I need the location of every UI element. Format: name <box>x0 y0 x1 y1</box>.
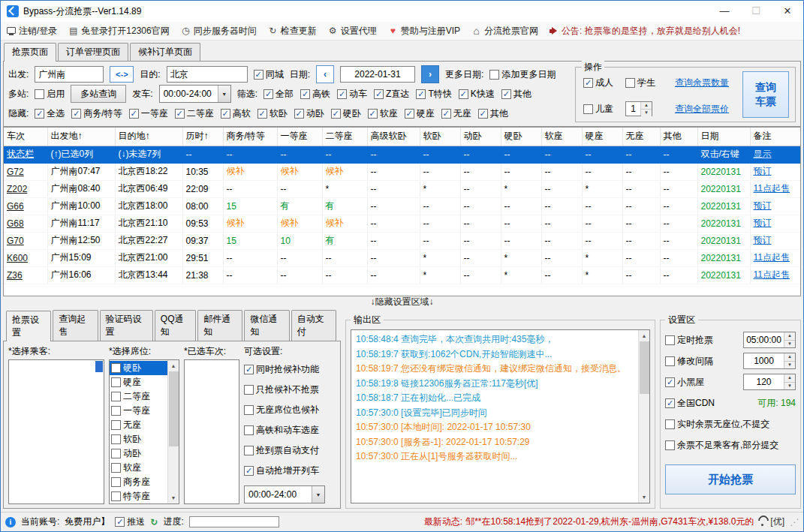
filter-checkbox-4[interactable]: ✓T特快 <box>416 88 451 101</box>
seat-item[interactable]: 软座 <box>110 461 167 475</box>
column-header-3[interactable]: 历时↑ <box>182 128 223 146</box>
scroll-up-icon[interactable]: ▲ <box>168 360 179 371</box>
column-header-11[interactable]: 软座 <box>541 128 582 146</box>
seat-listbox[interactable]: 硬卧硬座二等座一等座无座软卧动卧软座商务座特等座 ▲ ▼ <box>109 359 179 504</box>
student-checkbox[interactable]: 学生 <box>625 77 675 89</box>
resize-grip[interactable]: ⋰ <box>790 517 799 527</box>
seat-checkbox[interactable] <box>111 463 121 473</box>
seat-item[interactable]: 商务座 <box>110 475 167 489</box>
log-scrollbar[interactable]: ▲ ▼ <box>638 330 649 503</box>
scrollbar-track[interactable] <box>639 341 649 491</box>
hide-checkbox-5-box[interactable]: ✓ <box>257 109 267 119</box>
hide-checkbox-2-box[interactable]: ✓ <box>129 109 139 119</box>
hide-checkbox-1-box[interactable]: ✓ <box>71 109 81 119</box>
seat-item[interactable]: 特等座 <box>110 489 167 503</box>
train-cell-16[interactable]: 预订 <box>750 232 801 249</box>
menu-item-5[interactable]: ♥赞助与注册VIP <box>388 25 460 38</box>
optional-checkbox-4-box[interactable] <box>244 446 254 455</box>
stepper-down-icon[interactable]: ▼ <box>784 383 795 390</box>
train-row[interactable]: K600广州15:09北京西21:0029:51--------*--*--*-… <box>4 249 801 266</box>
train-row[interactable]: G70广州南12:50北京西22:2709:371510有-----------… <box>4 232 801 249</box>
seat-item[interactable]: 无座 <box>110 418 167 432</box>
column-header-8[interactable]: 软卧 <box>420 128 460 146</box>
hide-checkbox-10-box[interactable]: ✓ <box>441 109 451 119</box>
hide-checkbox-6[interactable]: ✓动卧 <box>294 107 324 120</box>
optional-checkbox-5[interactable]: ✓自动抢增开列车 <box>244 464 319 477</box>
filter-checkbox-4-box[interactable]: ✓ <box>416 89 426 99</box>
seat-checkbox[interactable] <box>111 406 121 416</box>
maximize-button[interactable]: ☐ <box>740 1 772 22</box>
query-remaining-link[interactable]: 查询余票数量 <box>675 77 729 89</box>
seat-item[interactable]: 一等座 <box>110 404 167 418</box>
train-cell-0[interactable]: K600 <box>4 249 47 266</box>
hide-checkbox-5[interactable]: ✓软卧 <box>257 107 288 120</box>
hide-checkbox-7-box[interactable]: ✓ <box>331 109 341 119</box>
seat-checkbox[interactable] <box>111 449 121 458</box>
enable-multi-station-checkbox[interactable]: 启用 <box>35 88 65 101</box>
column-header-14[interactable]: 其他 <box>660 128 697 146</box>
minimize-button[interactable]: — <box>709 1 740 22</box>
page-tab-1[interactable]: 订单管理页面 <box>58 43 128 61</box>
stepper-buttons[interactable]: ▲▼ <box>640 102 652 116</box>
stepper-buttons[interactable]: ▲▼ <box>784 332 795 347</box>
seat-item[interactable]: 软卧 <box>110 432 167 446</box>
same-city-checkbox[interactable]: ✓同城 <box>254 68 284 81</box>
hide-checkbox-3[interactable]: ✓二等座 <box>175 107 214 120</box>
column-header-15[interactable]: 日期 <box>697 128 750 146</box>
menu-item-3[interactable]: ↻检查更新 <box>268 25 317 38</box>
stepper-up-icon[interactable]: ▲ <box>641 102 652 110</box>
settings-checkbox-3[interactable]: ✓全国CDN <box>665 397 757 410</box>
train-row[interactable]: Z36广州16:06北京西13:4421:38--------*--*--*--… <box>4 266 801 284</box>
adult-checkbox-box[interactable]: ✓ <box>583 78 593 88</box>
column-header-4[interactable]: 商务/特等 <box>223 128 277 146</box>
add-more-dates-checkbox-box[interactable] <box>489 70 499 80</box>
seat-checkbox[interactable] <box>111 434 121 444</box>
same-city-checkbox-box[interactable]: ✓ <box>254 70 263 80</box>
seat-checkbox[interactable] <box>111 420 121 430</box>
train-cell-0[interactable]: G68 <box>4 215 47 232</box>
column-header-7[interactable]: 高级软卧 <box>367 128 420 146</box>
seat-checkbox[interactable] <box>111 477 121 487</box>
hide-checkbox-2[interactable]: ✓一等座 <box>129 107 168 120</box>
seat-checkbox[interactable] <box>111 491 121 501</box>
optional-checkbox-3-box[interactable] <box>244 425 254 435</box>
settings-checkbox-0-box[interactable] <box>665 335 675 345</box>
hide-checkbox-0-box[interactable]: ✓ <box>35 109 44 119</box>
push-checkbox[interactable]: ✓推送 <box>115 515 145 528</box>
hide-checkbox-0[interactable]: ✓全选 <box>35 107 65 120</box>
settings-spinner-0[interactable]: 05:00:00▲▼ <box>743 332 796 348</box>
train-cell-16[interactable]: 预订 <box>750 163 801 180</box>
seat-item[interactable]: 二等座 <box>110 389 167 404</box>
settings-tab-1[interactable]: 查询起售 <box>53 310 98 341</box>
adult-checkbox[interactable]: ✓成人 <box>583 77 625 89</box>
filter-checkbox-5[interactable]: ✓K快速 <box>459 88 495 101</box>
hide-checkbox-4-box[interactable]: ✓ <box>221 109 230 119</box>
page-tab-0[interactable]: 抢票页面 <box>4 43 56 62</box>
optional-checkbox-1[interactable]: 只抢候补不抢票 <box>244 383 319 396</box>
hide-checkbox-11-box[interactable]: ✓ <box>478 109 488 119</box>
column-header-6[interactable]: 二等座 <box>322 128 367 146</box>
column-header-2[interactable]: 目的地↑ <box>115 128 182 146</box>
settings-checkbox-5[interactable]: 余票不足乘客有,部分提交 <box>665 439 796 452</box>
depart-time-select[interactable]: 00:00-24:00 ▼ <box>159 85 231 103</box>
settings-spinner-1[interactable]: 1000▲▼ <box>743 353 796 369</box>
settings-tab-6[interactable]: 自动支付 <box>291 310 336 341</box>
stepper-buttons[interactable]: ▲▼ <box>784 353 795 368</box>
optional-checkbox-2[interactable]: 无座席位也候补 <box>244 404 319 416</box>
train-row[interactable]: G68广州南11:17北京西21:1009:53候补候补候补----------… <box>4 215 801 232</box>
hide-checkbox-9[interactable]: ✓硬座 <box>405 107 435 120</box>
hide-checkbox-7[interactable]: ✓硬卧 <box>331 107 361 120</box>
scrollbar-track[interactable] <box>168 371 179 492</box>
train-cell-16[interactable]: 预订 <box>750 197 801 215</box>
train-row[interactable]: Z202广州南08:40北京西06:4922:09----*--*--*--*-… <box>4 180 801 197</box>
stepper-down-icon[interactable]: ▼ <box>641 110 652 116</box>
filter-checkbox-3-box[interactable]: ✓ <box>374 89 384 99</box>
train-cell-0[interactable]: G70 <box>4 232 47 249</box>
dest-input[interactable] <box>167 66 248 83</box>
menu-item-0[interactable]: 注销/登录 <box>7 25 57 38</box>
settings-checkbox-3-box[interactable]: ✓ <box>665 398 675 408</box>
prev-date-button[interactable]: ‹ <box>316 65 334 83</box>
child-checkbox[interactable]: 儿童 <box>583 103 625 116</box>
status-row[interactable]: 状态栏(↑)已选0列(↓)未选7列-----------------------… <box>4 146 801 163</box>
chevron-down-icon[interactable]: ▼ <box>312 486 324 503</box>
